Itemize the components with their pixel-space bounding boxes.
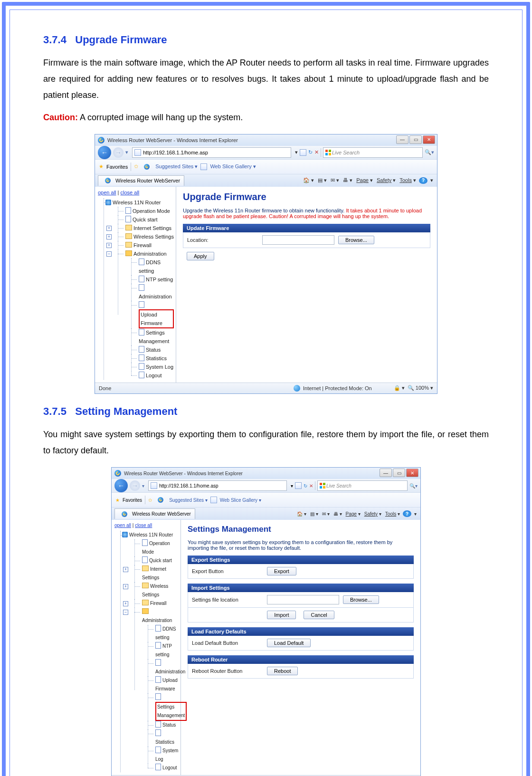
address-bar[interactable]: http://192.168.1.1/home.asp [148, 480, 287, 491]
tree-wireless[interactable]: +Wireless Settings [122, 582, 179, 599]
print-icon[interactable]: 🖶 ▾ [342, 177, 353, 183]
tree-upload-fw[interactable]: Upload Firmware [125, 301, 174, 328]
search-dropdown-icon[interactable]: 🔍▾ [409, 483, 418, 489]
tree-opmode[interactable]: Operation Mode [105, 207, 174, 215]
stop-icon[interactable]: ✕ [314, 149, 319, 155]
tools-menu[interactable]: Tools ▾ [384, 511, 401, 517]
protected-mode-icon[interactable]: 🔒 ▾ [394, 385, 405, 391]
tree-stats[interactable]: Statistics [142, 729, 179, 747]
browser-tab[interactable]: Wireless Router WebServer [114, 508, 195, 519]
safety-menu[interactable]: Safety ▾ [363, 511, 382, 517]
close-button[interactable]: ✕ [406, 469, 418, 477]
expand-icon[interactable]: + [123, 584, 128, 589]
page-menu[interactable]: Page ▾ [355, 177, 374, 183]
tree-admin-page[interactable]: Administration [125, 284, 174, 301]
suggested-sites-link[interactable]: Suggested Sites ▾ [155, 163, 198, 170]
star-icon[interactable]: ★ [99, 163, 104, 170]
cancel-button[interactable]: Cancel [304, 611, 334, 619]
close-button[interactable]: ✕ [423, 135, 435, 144]
back-button[interactable]: ← [114, 479, 128, 492]
home-icon[interactable]: 🏠 ▾ [296, 511, 307, 517]
feed-icon[interactable]: ▤ ▾ [317, 177, 328, 183]
minimize-button[interactable]: — [380, 469, 392, 477]
add-fav-icon[interactable]: ✩ [134, 163, 138, 170]
import-file-input[interactable] [267, 595, 339, 604]
close-all-link[interactable]: close all [121, 190, 140, 195]
back-button[interactable]: ← [98, 146, 111, 159]
help-icon[interactable]: ? [403, 510, 411, 517]
feed-icon[interactable]: ▤ ▾ [309, 511, 319, 517]
open-all-link[interactable]: open all [98, 190, 116, 195]
tree-firewall[interactable]: +Firewall [122, 599, 179, 608]
apply-button[interactable]: Apply [187, 252, 214, 260]
tree-logout[interactable]: Logout [125, 371, 174, 380]
page-menu[interactable]: Page ▾ [345, 511, 361, 517]
zoom-control[interactable]: 🔍 100% ▾ [408, 385, 433, 391]
tree-ddns[interactable]: DDNS setting [125, 258, 174, 275]
suggested-sites-link[interactable]: Suggested Sites ▾ [169, 498, 208, 503]
refresh-icon[interactable]: ↻ [308, 149, 313, 155]
tree-internet[interactable]: +Internet Settings [105, 224, 174, 232]
tree-internet[interactable]: +Internet Settings [122, 565, 179, 582]
expand-icon[interactable]: + [106, 243, 112, 248]
browse-button[interactable]: Browse... [343, 595, 379, 604]
collapse-icon[interactable]: − [123, 610, 128, 615]
tree-status[interactable]: Status [142, 721, 179, 729]
address-bar[interactable]: http://192.168.1.1/home.asp [132, 147, 291, 158]
forward-button[interactable]: → [130, 480, 140, 491]
home-icon[interactable]: 🏠 ▾ [302, 177, 315, 183]
location-input[interactable] [262, 235, 334, 245]
tree-root[interactable]: Wireless 11N Router Operation Mode Quick… [114, 531, 179, 772]
expand-icon[interactable]: + [106, 234, 112, 240]
tools-menu[interactable]: Tools ▾ [399, 177, 417, 183]
expand-icon[interactable]: + [123, 601, 128, 606]
favorites-label[interactable]: Favorites [123, 498, 142, 503]
browser-tab[interactable]: Wireless Router WebServer [98, 175, 184, 186]
tree-admin-page[interactable]: Administration [142, 659, 179, 676]
mail-icon[interactable]: ✉ ▾ [330, 177, 340, 183]
minimize-button[interactable]: — [396, 135, 408, 144]
tree-settings-mgmt[interactable]: Settings Management [142, 693, 179, 721]
search-box[interactable]: Live Search [323, 147, 423, 158]
stop-icon[interactable]: ✕ [309, 483, 313, 489]
compat-icon[interactable] [300, 149, 306, 156]
tree-opmode[interactable]: Operation Mode [122, 539, 179, 556]
expand-icon[interactable]: + [106, 226, 112, 231]
tree-stats[interactable]: Statistics [125, 354, 174, 363]
collapse-icon[interactable]: − [106, 251, 112, 257]
tree-ddns[interactable]: DDNS setting [142, 625, 179, 642]
forward-button[interactable]: → [113, 147, 124, 158]
tree-ntp[interactable]: NTP setting [125, 275, 174, 284]
tree-root[interactable]: Wireless 11N Router Operation Mode Quick… [98, 198, 174, 380]
tree-status[interactable]: Status [125, 345, 174, 354]
close-all-link[interactable]: close all [135, 523, 152, 528]
maximize-button[interactable]: ▭ [409, 135, 422, 144]
tree-logout[interactable]: Logout [142, 764, 179, 772]
safety-menu[interactable]: Safety ▾ [376, 177, 397, 183]
add-fav-icon[interactable]: ✩ [148, 498, 152, 503]
mail-icon[interactable]: ✉ ▾ [321, 511, 331, 517]
tree-admin[interactable]: −Administration DDNS setting NTP setting… [105, 249, 174, 380]
expand-icon[interactable]: + [123, 567, 128, 572]
tree-wireless[interactable]: +Wireless Settings [105, 232, 174, 241]
help-icon[interactable]: ? [419, 177, 428, 184]
import-button[interactable]: Import [267, 611, 296, 619]
reboot-button[interactable]: Reboot [267, 667, 298, 675]
webslice-link[interactable]: Web Slice Gallery ▾ [220, 498, 261, 503]
browse-button[interactable]: Browse... [338, 236, 374, 244]
tree-upload-fw[interactable]: Upload Firmware [142, 676, 179, 693]
print-icon[interactable]: 🖶 ▾ [332, 511, 343, 517]
maximize-button[interactable]: ▭ [393, 469, 405, 477]
load-default-button[interactable]: Load Default [267, 639, 311, 647]
search-box[interactable]: Live Search [317, 480, 408, 491]
tree-syslog[interactable]: System Log [142, 747, 179, 764]
compat-icon[interactable] [295, 482, 302, 489]
tree-quickstart[interactable]: Quick start [105, 215, 174, 224]
tree-quickstart[interactable]: Quick start [122, 556, 179, 565]
tree-syslog[interactable]: System Log [125, 363, 174, 371]
refresh-icon[interactable]: ↻ [304, 483, 307, 489]
webslice-link[interactable]: Web Slice Gallery ▾ [210, 163, 256, 170]
favorites-label[interactable]: Favorites [106, 164, 128, 170]
tree-ntp[interactable]: NTP setting [142, 642, 179, 659]
tree-settings-mgmt[interactable]: Settings Management [125, 328, 174, 345]
